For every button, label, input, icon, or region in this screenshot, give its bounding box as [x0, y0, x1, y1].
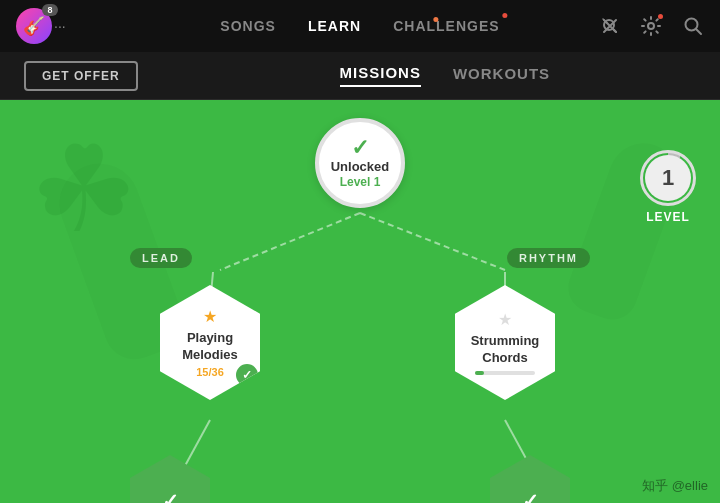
settings-dot [658, 14, 663, 19]
sub-nav-tabs: MISSIONS WORKOUTS [340, 64, 551, 87]
tab-workouts[interactable]: WORKOUTS [453, 65, 550, 86]
search-icon[interactable] [682, 15, 704, 37]
svg-point-1 [648, 23, 654, 29]
unlocked-node[interactable]: ✓ Unlocked Level 1 [315, 118, 405, 208]
bottom-left-hex: ✓ [130, 455, 210, 503]
playing-melodies-title: Playing Melodies [160, 330, 260, 364]
strumming-progress-bar-bg [475, 371, 535, 375]
strumming-chords-title: Strumming Chords [455, 333, 555, 367]
level-indicator: 1 Level [640, 150, 696, 224]
get-offer-button[interactable]: GET OFFER [24, 61, 138, 91]
unlocked-level: Level 1 [340, 175, 381, 189]
settings-icon-wrapper[interactable] [640, 15, 662, 37]
strumming-chords-hex: ★ Strumming Chords [455, 285, 555, 400]
nav-challenges[interactable]: CHALLENGES [393, 18, 499, 34]
nav-links: SONGS LEARN CHALLENGES [220, 17, 499, 35]
lead-label: LEAD [130, 248, 192, 268]
nav-songs[interactable]: SONGS [220, 18, 276, 34]
avatar-emoji: 🎸 [23, 15, 45, 37]
nav-back-icon[interactable] [600, 16, 620, 36]
watermark: 知乎 @ellie [642, 477, 708, 495]
rhythm-label: RHYTHM [507, 248, 590, 268]
nav-learn[interactable]: LEARN [308, 18, 361, 34]
nav-icons [600, 15, 704, 37]
challenges-dot [503, 13, 508, 18]
avatar-badge: 8 [42, 4, 58, 16]
strumming-chords-star: ★ [498, 310, 512, 329]
unlocked-check: ✓ [351, 137, 369, 159]
playing-melodies-progress: 15/36 [196, 366, 224, 378]
tab-missions[interactable]: MISSIONS [340, 64, 421, 87]
more-dots[interactable]: ··· [54, 18, 66, 34]
unlocked-title: Unlocked [331, 159, 390, 175]
playing-melodies-star: ★ [203, 307, 217, 326]
bottom-right-check: ✓ [522, 489, 539, 503]
strumming-progress-bar [475, 371, 484, 375]
playing-melodies-hex: ★ Playing Melodies 15/36 ✓ [160, 285, 260, 400]
sub-nav: GET OFFER MISSIONS WORKOUTS [0, 52, 720, 100]
bottom-left-check: ✓ [162, 489, 179, 503]
bottom-right-node[interactable]: ✓ [490, 455, 570, 503]
bottom-left-node[interactable]: ✓ [130, 455, 210, 503]
playing-melodies-node[interactable]: ★ Playing Melodies 15/36 ✓ [160, 285, 260, 400]
level-circle: 1 [640, 150, 696, 206]
bottom-right-hex: ✓ [490, 455, 570, 503]
main-content: ☘ 1 Level ✓ Unlocked Level 1 LEAD RHYTHM… [0, 100, 720, 503]
svg-line-3 [220, 213, 360, 270]
playing-melodies-check: ✓ [236, 364, 258, 386]
level-number: 1 [645, 155, 691, 201]
avatar[interactable]: 🎸 8 [16, 8, 52, 44]
svg-line-4 [360, 213, 505, 270]
level-label: Level [646, 210, 690, 224]
strumming-chords-node[interactable]: ★ Strumming Chords [455, 285, 555, 400]
top-nav: 🎸 8 ··· SONGS LEARN CHALLENGES [0, 0, 720, 52]
